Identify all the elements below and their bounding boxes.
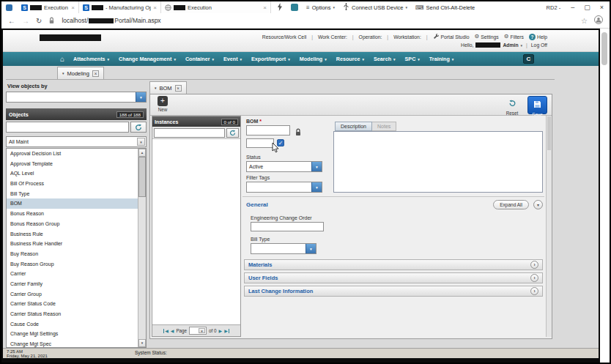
c-button[interactable]: C: [523, 54, 534, 64]
section-header[interactable]: Last Change Information ›: [244, 286, 543, 297]
list-item[interactable]: Carrier: [7, 269, 138, 279]
header-link[interactable]: Work Center:: [318, 34, 354, 40]
general-section-title[interactable]: General: [246, 201, 268, 208]
list-item[interactable]: Bill Type: [7, 189, 138, 199]
chevron-down-icon[interactable]: ▾: [311, 182, 322, 192]
first-page-button[interactable]: ◀: [163, 328, 169, 333]
page-select[interactable]: ▾: [189, 327, 207, 335]
workspace-tab-modeling[interactable]: ▾ Modeling ×: [57, 67, 104, 79]
list-item[interactable]: Bonus Reason Group: [7, 219, 138, 229]
chevron-down-icon[interactable]: ▾: [306, 244, 316, 253]
lock-icon[interactable]: [295, 126, 302, 139]
maximize-button[interactable]: ▢: [584, 4, 590, 11]
last-page-button[interactable]: ▶: [224, 328, 229, 333]
expand-section-icon[interactable]: ›: [530, 274, 538, 282]
list-item[interactable]: Business Rule: [7, 229, 138, 239]
chevron-down-icon[interactable]: ▾: [155, 86, 157, 90]
prev-page-button[interactable]: ◀: [171, 328, 174, 333]
user-menu[interactable]: Admin: [503, 42, 518, 48]
console-status-icon[interactable]: [291, 4, 298, 11]
next-page-button[interactable]: ▶: [219, 328, 223, 333]
list-item[interactable]: Carrier Group: [7, 289, 138, 300]
close-icon[interactable]: ×: [263, 4, 267, 11]
connect-usb-menu[interactable]: Connect USB Device▾: [343, 3, 407, 12]
minimize-button[interactable]: –: [571, 4, 574, 11]
list-item[interactable]: Change Mgt Settings: [7, 329, 138, 339]
expand-section-icon[interactable]: ›: [530, 261, 538, 269]
portal-studio-link[interactable]: Portal Studio: [433, 33, 470, 40]
browser-tab-3[interactable]: Execution ×: [161, 1, 271, 13]
section-header[interactable]: Materials ›: [244, 259, 543, 270]
close-button[interactable]: ×: [600, 4, 604, 11]
filter-tags-dropdown[interactable]: ▾: [246, 182, 322, 193]
refresh-icon[interactable]: ↻: [36, 17, 42, 25]
collapse-section-icon[interactable]: ▾: [533, 200, 543, 209]
home-icon[interactable]: ⌂: [60, 56, 64, 63]
list-item[interactable]: Cause Code: [7, 319, 138, 330]
help-link[interactable]: ?Help: [529, 34, 547, 40]
back-icon[interactable]: ←: [8, 17, 15, 25]
refresh-button[interactable]: [226, 128, 239, 138]
list-item[interactable]: Carrier Status Reason: [7, 309, 138, 319]
expand-section-icon[interactable]: ›: [530, 287, 538, 295]
nav-item[interactable]: Event▾: [223, 56, 242, 62]
scroll-up-button[interactable]: ▲: [138, 149, 146, 157]
profile-avatar[interactable]: [594, 14, 603, 27]
bookmark-star-icon[interactable]: ☆: [581, 17, 588, 25]
scrollbar-thumb[interactable]: [547, 116, 551, 150]
chevron-down-icon[interactable]: ▾: [137, 138, 145, 146]
eco-input[interactable]: [251, 222, 324, 231]
bom-revision-input[interactable]: [246, 138, 274, 148]
bom-name-input[interactable]: [246, 125, 290, 135]
list-item[interactable]: Approval Template: [7, 159, 138, 169]
close-icon[interactable]: ×: [71, 4, 75, 11]
scroll-down-button[interactable]: ▼: [138, 339, 146, 347]
nav-item[interactable]: Training▾: [429, 56, 453, 62]
header-link[interactable]: Resource/Work Cell: [262, 34, 313, 40]
header-link[interactable]: Operation:: [359, 34, 389, 40]
browser-scrollbar[interactable]: [600, 29, 610, 363]
nav-item[interactable]: Resource▾: [336, 56, 364, 62]
section-header[interactable]: User Fields ›: [244, 272, 543, 283]
lightning-icon[interactable]: [277, 1, 283, 14]
url-text[interactable]: localhost/Portal/Main.aspx: [62, 17, 160, 24]
send-ctrl-alt-delete[interactable]: ⌨Send Ctrl-Alt-Delete: [415, 4, 475, 11]
close-icon[interactable]: ×: [153, 4, 157, 11]
header-link[interactable]: Workstation:: [393, 34, 427, 40]
close-icon[interactable]: ×: [92, 70, 99, 77]
chevron-down-icon[interactable]: ▾: [62, 71, 64, 75]
chevron-down-icon[interactable]: ▾: [136, 92, 146, 102]
scrollbar-thumb[interactable]: [601, 32, 607, 65]
list-item[interactable]: AQL Level: [7, 168, 138, 179]
objects-search-input[interactable]: [6, 122, 129, 133]
instances-search-input[interactable]: [154, 128, 225, 138]
nav-item[interactable]: Attachments▾: [73, 56, 109, 62]
objects-filter-combobox[interactable]: All Maint ▾: [6, 136, 147, 147]
bill-type-dropdown[interactable]: ▾: [251, 243, 316, 254]
nav-item[interactable]: Search▾: [374, 56, 396, 62]
forward-icon[interactable]: →: [22, 17, 29, 25]
new-button[interactable]: + New: [155, 96, 170, 112]
save-button[interactable]: Save: [527, 96, 547, 114]
filters-link[interactable]: ⚙Filters: [504, 34, 524, 40]
list-item[interactable]: BOM: [7, 198, 138, 209]
tab-notes[interactable]: Notes: [372, 122, 396, 131]
reset-button[interactable]: Reset: [503, 97, 521, 116]
list-item[interactable]: Bonus Reason: [7, 209, 138, 219]
console-options-menu[interactable]: ≡Options▾: [306, 4, 335, 11]
nav-item[interactable]: Change Management▾: [119, 56, 176, 62]
nav-item[interactable]: SPC▾: [405, 56, 420, 62]
list-item[interactable]: Buy Reason: [7, 249, 138, 259]
scrollbar[interactable]: [546, 116, 552, 337]
close-icon[interactable]: ×: [175, 85, 182, 92]
list-item[interactable]: Approval Decision List: [7, 149, 138, 159]
refresh-button[interactable]: [130, 122, 147, 133]
chevron-down-icon[interactable]: ▾: [521, 43, 523, 48]
list-item[interactable]: Carrier Family: [7, 279, 138, 289]
list-item[interactable]: Buy Reason Group: [7, 259, 138, 270]
nav-item[interactable]: Export/Import▾: [251, 56, 290, 62]
browser-tab-1[interactable]: S Execution ×: [18, 1, 79, 13]
nav-item[interactable]: Modeling▾: [300, 56, 327, 62]
tab-description[interactable]: Description: [335, 122, 372, 131]
list-item[interactable]: Bill Of Process: [7, 179, 138, 189]
